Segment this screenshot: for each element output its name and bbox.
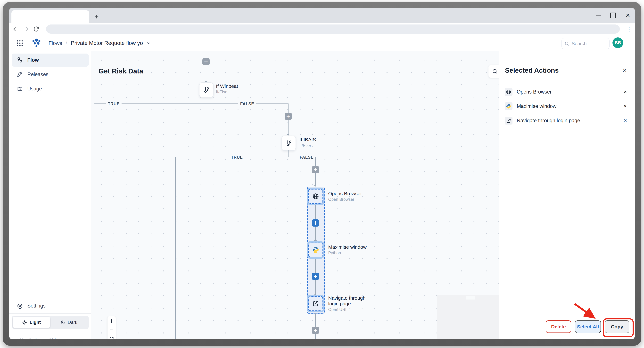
add-step-button[interactable]: + [312, 219, 319, 227]
node-label-group: Opens Browser Open Browser [328, 191, 362, 202]
moon-icon [60, 320, 65, 325]
node-if-winbeat[interactable] [199, 82, 214, 97]
browser-menu-button[interactable]: ⋮ [625, 24, 633, 34]
add-step-button[interactable]: + [312, 166, 319, 173]
connector-line [315, 227, 316, 242]
breadcrumb-page-title[interactable]: Private Motor Requote flow yo [71, 40, 143, 46]
theme-dark-label: Dark [68, 320, 77, 325]
theme-dark-button[interactable]: Dark [50, 317, 88, 328]
back-button[interactable] [12, 25, 20, 33]
plus-icon [109, 319, 114, 323]
add-step-button[interactable]: + [284, 113, 292, 120]
fit-view-button[interactable] [109, 337, 114, 339]
node-subtitle: If/Else [216, 90, 238, 94]
node-label-group: If Winbeat If/Else [216, 83, 238, 94]
avatar[interactable]: BB [612, 37, 623, 48]
app-header: Flows / Private Motor Requote flow yo BB [9, 35, 635, 51]
node-title: Maximise window [328, 244, 366, 250]
logo-hexagons-icon [30, 37, 43, 49]
panel-close-button[interactable]: ✕ [621, 67, 628, 74]
browser-window: + — ✕ ⋮ [9, 8, 635, 339]
connector-arrow [314, 294, 317, 296]
selected-action-row[interactable]: Navigate through login page ✕ [505, 115, 629, 126]
branch-icon [285, 140, 292, 147]
search-input[interactable] [571, 41, 600, 46]
chevron-down-icon[interactable] [146, 41, 151, 45]
branch-icon [203, 86, 210, 93]
node-if-ibais[interactable] [282, 136, 296, 151]
folder-arrow-icon [17, 86, 23, 92]
collapse-sidebar-button[interactable]: Collapse Sidebar [12, 335, 89, 339]
sidebar-item-settings[interactable]: Settings [12, 299, 89, 313]
connector-line [206, 66, 206, 82]
action-icon-box [505, 88, 512, 96]
sidebar-item-releases[interactable]: Releases [12, 68, 89, 81]
remove-action-button[interactable]: ✕ [622, 103, 629, 110]
remove-action-button[interactable]: ✕ [622, 117, 629, 124]
gear-icon [17, 303, 23, 309]
forward-button[interactable] [22, 25, 30, 33]
node-maximise-window[interactable] [308, 243, 323, 257]
connector-line [315, 334, 316, 339]
plus-icon: + [314, 166, 317, 173]
app-logo[interactable] [30, 37, 43, 49]
node-navigate-login[interactable] [308, 296, 323, 311]
apps-grid-button[interactable] [16, 39, 24, 47]
external-link-icon [506, 118, 511, 123]
action-icon-box [505, 102, 512, 110]
plus-icon: + [314, 220, 317, 226]
theme-light-button[interactable]: Light [13, 317, 50, 328]
node-opens-browser[interactable] [308, 189, 323, 204]
connector-line [288, 103, 288, 113]
flow-canvas[interactable]: Get Risk Data + If Winbeat If/Else TRUE [91, 51, 498, 339]
connector-line [175, 157, 176, 339]
connector-line [288, 150, 288, 157]
new-tab-button[interactable]: + [93, 13, 100, 20]
maximize-icon [610, 12, 616, 18]
divider [9, 313, 91, 314]
branch-label-true: TRUE [106, 101, 122, 107]
sidebar-item-flow[interactable]: Flow [12, 53, 89, 67]
node-label-group: Navigate through login page Open URL [328, 295, 370, 312]
global-search[interactable] [562, 38, 610, 49]
node-subtitle: Python [328, 251, 366, 255]
action-label: Maximise window [517, 103, 622, 109]
add-step-button[interactable]: + [312, 327, 319, 334]
plus-icon: + [286, 113, 290, 119]
browser-tab[interactable] [12, 10, 89, 23]
delete-button[interactable]: Delete [546, 321, 571, 333]
back-icon [12, 26, 19, 32]
minimize-button[interactable]: — [594, 11, 603, 19]
refresh-button[interactable] [32, 25, 40, 33]
selected-action-row[interactable]: Opens Browser ✕ [505, 86, 629, 98]
node-subtitle: Open URL [328, 307, 370, 312]
add-step-button[interactable]: + [202, 58, 210, 65]
selected-action-row[interactable]: Maximise window ✕ [505, 100, 629, 112]
zoom-out-button[interactable] [109, 328, 114, 332]
maximize-button[interactable] [608, 11, 618, 19]
breadcrumb-section[interactable]: Flows [48, 40, 62, 46]
sun-icon [22, 320, 27, 325]
fullscreen-icon [109, 337, 114, 339]
sidebar-item-usage[interactable]: Usage [12, 82, 89, 95]
theme-light-label: Light [30, 320, 41, 325]
close-window-button[interactable]: ✕ [623, 11, 632, 19]
globe-icon [506, 89, 511, 95]
annotation-arrow [568, 300, 604, 323]
connector-line [315, 157, 316, 166]
connector-line [315, 280, 316, 295]
minimap-tab [466, 296, 474, 300]
remove-action-button[interactable]: ✕ [622, 88, 629, 95]
search-icon [564, 41, 569, 46]
refresh-icon [33, 26, 40, 32]
zoom-in-button[interactable] [109, 319, 114, 323]
browser-toolbar: ⋮ [9, 23, 635, 35]
python-icon [312, 246, 320, 254]
address-bar[interactable] [46, 24, 620, 34]
python-icon [506, 103, 511, 109]
connector-line [94, 103, 288, 104]
zoom-controls [108, 316, 116, 339]
theme-toggle: Light Dark [12, 316, 89, 329]
add-step-button[interactable]: + [312, 273, 319, 280]
screenshot-root: + — ✕ ⋮ [0, 0, 644, 348]
